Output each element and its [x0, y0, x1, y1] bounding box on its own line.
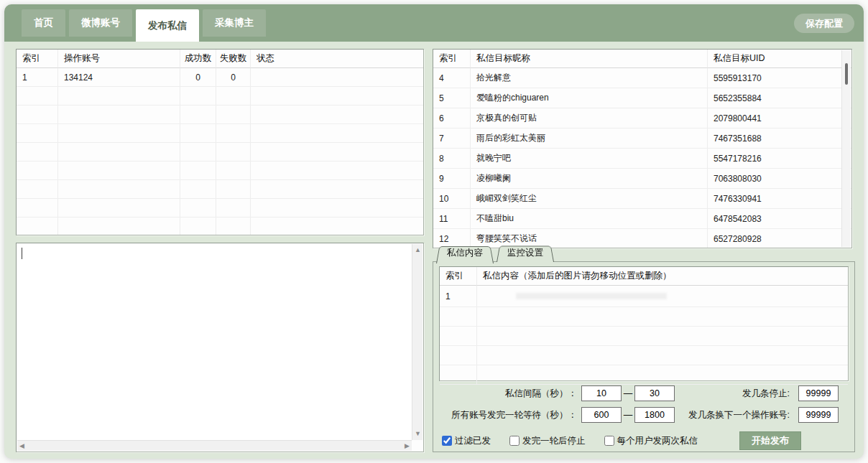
scroll-left-icon[interactable]: ◀	[19, 443, 24, 449]
targets-scrollbar[interactable]	[841, 50, 851, 247]
target-uid: 5652355884	[708, 88, 851, 108]
table-row-empty	[17, 162, 423, 180]
dm-content-row[interactable]: 1	[440, 286, 848, 307]
target-row[interactable]: 7 雨后的彩虹太美丽 7467351688	[433, 128, 851, 149]
target-index: 5	[433, 88, 471, 108]
col-index: 索引	[440, 267, 477, 286]
save-config-button[interactable]: 保存配置	[794, 14, 854, 33]
range-dash: —	[622, 410, 634, 420]
target-index: 6	[433, 108, 471, 128]
target-nickname: 不嗑甜biu	[471, 209, 708, 229]
target-nickname: 爱嗑粉的chiguaren	[471, 88, 708, 108]
account-success-count: 0	[180, 68, 216, 87]
tab-monitor-settings[interactable]: 监控设置	[497, 244, 554, 262]
dm-content-cell	[477, 286, 848, 307]
table-row-empty	[17, 180, 423, 199]
scrollbar-thumb[interactable]	[845, 63, 848, 85]
table-row-empty	[440, 307, 848, 327]
target-row[interactable]: 4 拾光解意 5595913170	[433, 68, 851, 88]
round-wait-label: 所有账号发完一轮等待（秒）：	[433, 409, 577, 421]
table-row-empty	[17, 106, 423, 124]
target-nickname: 京极真的创可贴	[471, 108, 708, 128]
interval-label: 私信间隔（秒）：	[433, 388, 577, 400]
interval-max-input[interactable]	[634, 385, 675, 401]
col-nickname: 私信目标昵称	[471, 50, 708, 68]
round-wait-max-input[interactable]	[634, 407, 675, 423]
targets-table: 索引 私信目标昵称 私信目标UID 4 拾光解意 5595913170 5 爱嗑…	[433, 49, 852, 248]
col-fail: 失败数	[216, 50, 251, 68]
col-index: 索引	[17, 50, 58, 68]
target-index: 9	[433, 169, 471, 189]
tab-weibo-accounts[interactable]: 微博账号	[69, 9, 132, 37]
target-uid: 7063808030	[708, 169, 851, 189]
send-twice-label: 每个用户发两次私信	[617, 435, 698, 447]
send-twice-checkbox[interactable]: 每个用户发两次私信	[604, 435, 698, 447]
col-success: 成功数	[180, 50, 216, 68]
table-row-empty	[17, 218, 423, 235]
table-row-empty	[17, 143, 423, 162]
stop-after-round-checkbox[interactable]: 发完一轮后停止	[509, 435, 586, 447]
target-row[interactable]: 10 峨嵋双剑笑红尘 7476330941	[433, 189, 851, 209]
scroll-up-icon[interactable]: ▲	[415, 247, 421, 253]
range-dash: —	[622, 388, 634, 398]
filter-sent-checkbox-input[interactable]	[442, 436, 452, 446]
col-index: 索引	[433, 50, 471, 68]
filter-sent-checkbox[interactable]: 过滤已发	[442, 435, 491, 447]
tab-bar: 首页 微博账号 发布私信 采集博主 保存配置	[4, 4, 864, 42]
switch-account-label: 发几条换下一个操作账号:	[675, 409, 794, 421]
round-wait-min-input[interactable]	[581, 407, 622, 423]
stop-after-label: 发几条停止:	[675, 388, 794, 400]
text-caret	[22, 248, 22, 259]
scroll-down-icon[interactable]: ▼	[415, 431, 421, 437]
dm-content-panel: 私信内容 监控设置 索引 私信内容（添加后的图片请勿移动位置或删除） 1 私信间	[433, 244, 855, 452]
col-uid: 私信目标UID	[708, 50, 851, 68]
tab-dm-content[interactable]: 私信内容	[436, 244, 494, 262]
tab-send-dm[interactable]: 发布私信	[136, 9, 199, 42]
table-row-empty	[17, 199, 423, 218]
target-nickname: 就晚宁吧	[471, 149, 708, 169]
round-wait-settings-row: 所有账号发完一轮等待（秒）： — 发几条换下一个操作账号:	[433, 406, 854, 424]
target-nickname: 峨嵋双剑笑红尘	[471, 189, 708, 209]
target-index: 10	[433, 189, 471, 209]
switch-account-input[interactable]	[798, 407, 839, 423]
filter-sent-label: 过滤已发	[455, 435, 491, 447]
send-twice-checkbox-input[interactable]	[604, 436, 614, 446]
target-row[interactable]: 9 凌柳曦阑 7063808030	[433, 169, 851, 189]
account-status	[251, 68, 423, 87]
targets-table-header: 索引 私信目标昵称 私信目标UID	[433, 50, 851, 68]
target-row[interactable]: 11 不嗑甜biu 6478542083	[433, 209, 851, 229]
account-name: 134124	[58, 68, 180, 87]
target-uid: 5595913170	[708, 68, 851, 88]
col-dm-content: 私信内容（添加后的图片请勿移动位置或删除）	[477, 267, 848, 286]
target-nickname: 凌柳曦阑	[471, 169, 708, 189]
interval-min-input[interactable]	[581, 385, 622, 401]
target-uid: 2079800441	[708, 108, 851, 128]
scroll-right-icon[interactable]: ▶	[405, 443, 410, 449]
target-index: 4	[433, 68, 471, 88]
target-row[interactable]: 5 爱嗑粉的chiguaren 5652355884	[433, 88, 851, 108]
account-row[interactable]: 1 134124 0 0	[17, 68, 423, 87]
log-vertical-scrollbar[interactable]: ▲ ▼	[412, 244, 423, 440]
table-row-empty	[17, 87, 423, 106]
dm-content-index: 1	[440, 286, 477, 307]
tab-collect-bloggers[interactable]: 采集博主	[203, 9, 266, 37]
target-uid: 5547178216	[708, 149, 851, 169]
stop-after-input[interactable]	[798, 385, 839, 401]
target-index: 11	[433, 209, 471, 229]
col-status: 状态	[251, 50, 423, 68]
tab-home[interactable]: 首页	[22, 9, 65, 37]
target-uid: 7476330941	[708, 189, 851, 209]
target-nickname: 拾光解意	[471, 68, 708, 88]
table-row-empty	[17, 124, 423, 143]
log-textarea[interactable]	[17, 244, 412, 440]
log-horizontal-scrollbar[interactable]: ◀ ▶	[17, 440, 412, 451]
accounts-table: 索引 操作账号 成功数 失败数 状态 1 134124 0 0	[16, 49, 424, 235]
app-window: 首页 微博账号 发布私信 采集博主 保存配置 索引 操作账号 成功数 失败数 状…	[4, 4, 864, 459]
account-fail-count: 0	[216, 68, 251, 87]
target-row[interactable]: 8 就晚宁吧 5547178216	[433, 149, 851, 169]
target-index: 8	[433, 149, 471, 169]
start-publish-button[interactable]: 开始发布	[739, 431, 801, 450]
stop-after-round-checkbox-input[interactable]	[509, 436, 520, 446]
target-row[interactable]: 6 京极真的创可贴 2079800441	[433, 108, 851, 128]
dm-tab-strip: 私信内容 监控设置	[433, 244, 855, 262]
